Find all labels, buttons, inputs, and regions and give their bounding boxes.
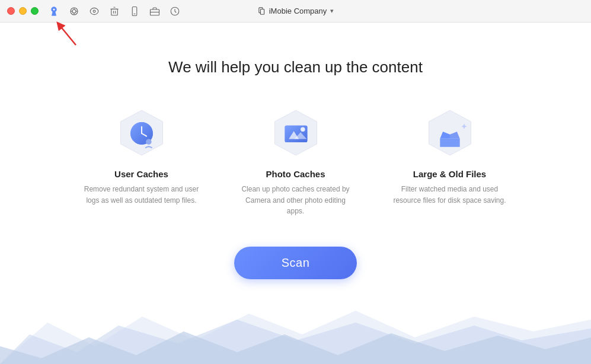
mountains-decoration — [0, 287, 591, 364]
title-bar: iMobie Company ▾ — [0, 0, 591, 23]
feature-card-large-old-files: Large & Old Files Filter watched media a… — [391, 106, 509, 206]
svg-point-24 — [146, 139, 151, 144]
main-content: We will help you clean up the content — [0, 23, 591, 279]
photo-caches-icon — [267, 106, 324, 159]
duplicates-icon[interactable] — [68, 5, 80, 17]
svg-rect-17 — [260, 9, 264, 14]
user-caches-icon — [113, 106, 170, 159]
scan-button[interactable]: Scan — [234, 247, 357, 279]
headline: We will help you clean up the content — [168, 58, 423, 76]
maximize-button[interactable] — [31, 7, 39, 15]
privacy-icon[interactable] — [88, 5, 100, 17]
large-old-files-icon — [421, 106, 478, 159]
svg-point-2 — [72, 9, 76, 13]
app-title: iMobie Company ▾ — [257, 7, 334, 15]
photo-caches-desc: Clean up photo caches created by Camera … — [237, 184, 355, 217]
photo-caches-title: Photo Caches — [266, 169, 325, 179]
close-button[interactable] — [7, 7, 15, 15]
briefcase-icon[interactable] — [149, 5, 161, 17]
uninstaller-icon[interactable] — [108, 5, 120, 17]
feature-card-photo-caches: Photo Caches Clean up photo caches creat… — [237, 106, 355, 217]
feature-card-user-caches: User Caches Remove redundant system and … — [82, 106, 201, 206]
cleaner-icon[interactable] — [48, 5, 60, 17]
minimize-button[interactable] — [19, 7, 27, 15]
toolbar-icons — [48, 5, 181, 17]
user-caches-title: User Caches — [114, 169, 168, 179]
svg-point-29 — [301, 127, 305, 132]
time-icon[interactable] — [169, 5, 181, 17]
title-chevron[interactable]: ▾ — [330, 7, 334, 15]
svg-point-7 — [93, 10, 95, 12]
svg-rect-8 — [111, 9, 118, 15]
user-caches-desc: Remove redundant system and user logs as… — [82, 184, 201, 206]
svg-point-0 — [53, 8, 55, 10]
phone-icon[interactable] — [129, 5, 140, 17]
features-row: User Caches Remove redundant system and … — [82, 106, 509, 217]
traffic-lights — [7, 7, 39, 15]
large-old-files-title: Large & Old Files — [413, 169, 486, 179]
large-old-files-desc: Filter watched media and used resource f… — [391, 184, 509, 206]
svg-rect-11 — [132, 7, 137, 15]
